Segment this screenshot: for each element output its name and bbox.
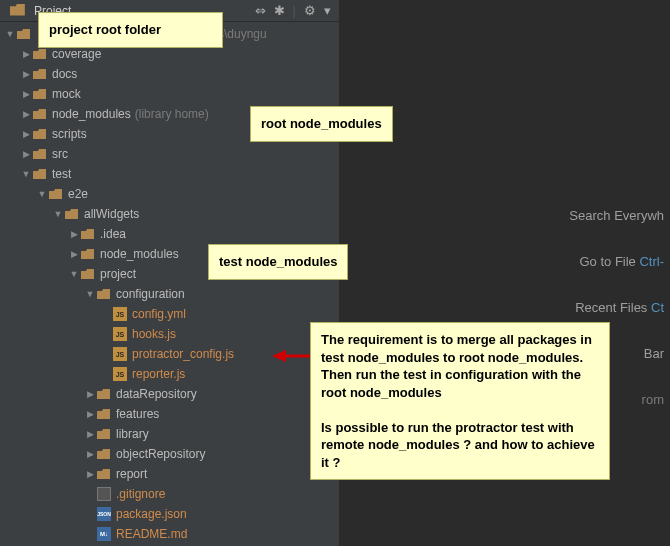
- callout-root: project root folder: [38, 12, 223, 48]
- gear-icon[interactable]: ⚙: [300, 3, 320, 18]
- tree-label: reporter.js: [132, 367, 185, 381]
- folder-icon: [96, 447, 112, 461]
- tree-node[interactable]: ▶features: [0, 404, 339, 424]
- callout-testnm: test node_modules: [208, 244, 348, 280]
- tree-label: configuration: [116, 287, 185, 301]
- tree-node[interactable]: ▶docs: [0, 64, 339, 84]
- expand-icon[interactable]: ▼: [4, 29, 16, 39]
- js-file-icon: JS: [112, 307, 128, 321]
- tree-label: coverage: [52, 47, 101, 61]
- tree-label: e2e: [68, 187, 88, 201]
- tree-label: features: [116, 407, 159, 421]
- tree-node[interactable]: ▶objectRepository: [0, 444, 339, 464]
- folder-icon: [32, 127, 48, 141]
- tree-node[interactable]: JSONpackage.json: [0, 504, 339, 524]
- expand-icon[interactable]: ▶: [20, 49, 32, 59]
- tree-label: node_modules: [100, 247, 179, 261]
- folder-icon: [32, 147, 48, 161]
- file-icon: [96, 487, 112, 501]
- callout-requirement: The requirement is to merge all packages…: [310, 322, 610, 480]
- tree-label: project: [100, 267, 136, 281]
- folder-icon: [96, 387, 112, 401]
- folder-icon: [32, 167, 48, 181]
- js-file-icon: JS: [112, 327, 128, 341]
- expand-icon[interactable]: ▶: [84, 409, 96, 419]
- folder-icon: [10, 4, 26, 18]
- expand-icon[interactable]: ▶: [84, 389, 96, 399]
- tree-node[interactable]: ▶.idea: [0, 224, 339, 244]
- tree-label: src: [52, 147, 68, 161]
- tree-node[interactable]: JSconfig.yml: [0, 304, 339, 324]
- folder-icon: [96, 287, 112, 301]
- tree-label: dataRepository: [116, 387, 197, 401]
- hint-search: Search Everywh: [569, 208, 664, 223]
- tree-label: test: [52, 167, 71, 181]
- tree-node[interactable]: ▶src: [0, 144, 339, 164]
- expand-icon[interactable]: ▶: [20, 69, 32, 79]
- callout-rootnm: root node_modules: [250, 106, 393, 142]
- tree-node[interactable]: ▶report: [0, 464, 339, 484]
- tree-label: protractor_config.js: [132, 347, 234, 361]
- tree-label: config.yml: [132, 307, 186, 321]
- collapse-icon[interactable]: ⇔: [251, 3, 270, 18]
- collapse-icon[interactable]: ▼: [36, 189, 48, 199]
- expand-icon[interactable]: ▶: [84, 469, 96, 479]
- folder-icon: [64, 207, 80, 221]
- tree-node[interactable]: ▼test: [0, 164, 339, 184]
- tree-node[interactable]: JShooks.js: [0, 324, 339, 344]
- hint-rom: rom: [642, 392, 664, 407]
- target-icon[interactable]: ✱: [270, 3, 289, 18]
- expand-icon[interactable]: ▶: [20, 149, 32, 159]
- folder-icon: [80, 227, 96, 241]
- tree-label: .gitignore: [116, 487, 165, 501]
- tree-label: objectRepository: [116, 447, 205, 461]
- tree-label: allWidgets: [84, 207, 139, 221]
- tree-label: scripts: [52, 127, 87, 141]
- tree-label: library: [116, 427, 149, 441]
- collapse-icon[interactable]: ▼: [52, 209, 64, 219]
- collapse-icon[interactable]: ▼: [68, 269, 80, 279]
- expand-icon[interactable]: ▶: [84, 449, 96, 459]
- tree-node[interactable]: ▶mock: [0, 84, 339, 104]
- expand-icon[interactable]: ▶: [20, 109, 32, 119]
- json-file-icon: JSON: [96, 507, 112, 521]
- tree-node[interactable]: ▶library: [0, 424, 339, 444]
- tree-node[interactable]: ▼e2e: [0, 184, 339, 204]
- folder-icon: [96, 407, 112, 421]
- hide-icon[interactable]: ▾: [320, 3, 335, 18]
- folder-icon: [48, 187, 64, 201]
- expand-icon[interactable]: ▶: [68, 229, 80, 239]
- expand-icon[interactable]: ▶: [84, 429, 96, 439]
- project-tree: ▼ t (C:\Users\duyngu ▶coverage▶docs▶mock…: [0, 22, 339, 546]
- tree-label: package.json: [116, 507, 187, 521]
- tree-node[interactable]: M↓README.md: [0, 524, 339, 544]
- svg-marker-1: [272, 350, 286, 362]
- tree-label: README.md: [116, 527, 187, 541]
- folder-icon: [80, 267, 96, 281]
- folder-icon: [80, 247, 96, 261]
- tree-node[interactable]: ▶dataRepository: [0, 384, 339, 404]
- tree-label: report: [116, 467, 147, 481]
- expand-icon[interactable]: ▶: [20, 89, 32, 99]
- tree-node[interactable]: .gitignore: [0, 484, 339, 504]
- collapse-icon[interactable]: ▼: [84, 289, 96, 299]
- tree-node[interactable]: JSreporter.js: [0, 364, 339, 384]
- tree-label: docs: [52, 67, 77, 81]
- tree-suffix: (library home): [135, 107, 209, 121]
- expand-icon[interactable]: ▶: [68, 249, 80, 259]
- folder-icon: [32, 107, 48, 121]
- tree-label: .idea: [100, 227, 126, 241]
- folder-icon: [32, 87, 48, 101]
- folder-icon: [96, 467, 112, 481]
- tree-node[interactable]: ▼configuration: [0, 284, 339, 304]
- tree-label: hooks.js: [132, 327, 176, 341]
- js-file-icon: JS: [112, 347, 128, 361]
- folder-icon: [32, 47, 48, 61]
- tree-label: node_modules: [52, 107, 131, 121]
- expand-icon[interactable]: ▶: [20, 129, 32, 139]
- tree-node[interactable]: ▼allWidgets: [0, 204, 339, 224]
- hint-gotofile: Go to File Ctrl-: [579, 254, 664, 269]
- collapse-icon[interactable]: ▼: [20, 169, 32, 179]
- folder-icon: [96, 427, 112, 441]
- hint-bar: Bar: [644, 346, 664, 361]
